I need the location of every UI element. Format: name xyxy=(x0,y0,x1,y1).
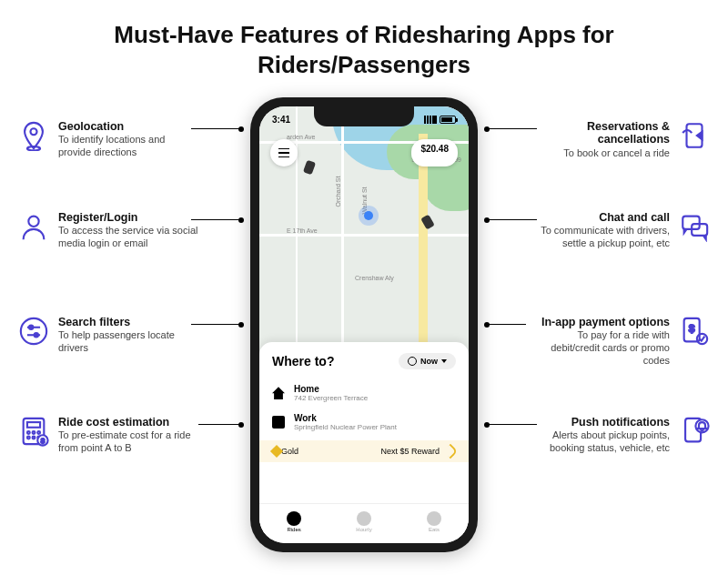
destination-work[interactable]: WorkSpringfield Nuclear Power Plant xyxy=(259,408,469,437)
map-label: Walnut St xyxy=(361,187,368,214)
eats-icon xyxy=(427,511,441,526)
svg-point-7 xyxy=(35,333,38,337)
chat-icon xyxy=(679,211,710,242)
connector-line xyxy=(487,128,537,129)
menu-button[interactable] xyxy=(270,139,298,166)
filters-icon xyxy=(18,316,49,347)
svg-point-11 xyxy=(33,431,35,434)
tab-hourly[interactable]: Hourly xyxy=(356,511,371,532)
feature-geolocation: GeolocationTo identify locations and pro… xyxy=(18,120,200,159)
price-badge[interactable]: $20.48 xyxy=(411,139,458,166)
connector-line xyxy=(487,324,526,325)
swipe-icon xyxy=(679,120,710,151)
svg-point-13 xyxy=(27,437,30,439)
feature-filters: Search filtersTo help passengers locate … xyxy=(18,316,200,355)
pin-icon xyxy=(18,120,49,151)
svg-point-12 xyxy=(37,431,40,434)
feature-reservations: Reservations & cancellationsTo book or c… xyxy=(528,120,710,160)
map-label: E 17th Ave xyxy=(287,227,318,234)
status-time: 3:41 xyxy=(272,115,290,125)
diagram-container: 3:41 arden Ave State Highway 99 Orchard … xyxy=(0,88,728,575)
user-location-dot xyxy=(364,211,373,220)
where-to-input[interactable]: Where to? xyxy=(272,354,334,368)
phone-frame: 3:41 arden Ave State Highway 99 Orchard … xyxy=(250,97,478,552)
payment-icon: $ xyxy=(679,316,710,347)
svg-point-14 xyxy=(33,437,35,439)
feature-payment: $ In-app payment optionsTo pay for a rid… xyxy=(528,316,710,368)
phone-notch xyxy=(314,106,414,126)
bell-icon xyxy=(679,416,710,447)
phone-screen: 3:41 arden Ave State Highway 99 Orchard … xyxy=(259,106,469,543)
map-label: Orchard St xyxy=(335,177,341,207)
signal-icon xyxy=(424,116,437,124)
bottom-sheet: Where to? Now Home742 Evergreen Terrace … xyxy=(259,342,469,543)
tab-rides[interactable]: Rides xyxy=(287,511,301,532)
connector-line xyxy=(191,128,241,129)
feature-cost: $ Ride cost estimationTo pre-estimate co… xyxy=(18,416,200,455)
svg-point-5 xyxy=(29,326,33,329)
feature-push: Push notificationsAlerts about pickup po… xyxy=(528,416,710,455)
rewards-row[interactable]: Gold Next $5 Reward xyxy=(259,440,469,462)
connector-line xyxy=(191,219,241,220)
svg-point-2 xyxy=(28,217,38,227)
svg-point-3 xyxy=(21,318,46,344)
svg-rect-9 xyxy=(27,422,40,428)
feature-chat: Chat and callTo communicate with drivers… xyxy=(528,211,710,250)
svg-text:$: $ xyxy=(41,438,45,445)
home-icon xyxy=(272,387,285,399)
svg-text:$: $ xyxy=(689,323,695,334)
map-label: Crenshaw Aly xyxy=(355,275,394,281)
svg-point-10 xyxy=(27,431,30,434)
user-icon xyxy=(18,211,49,242)
tab-eats[interactable]: Eats xyxy=(427,511,441,532)
connector-line xyxy=(198,424,241,425)
schedule-button[interactable]: Now xyxy=(399,353,456,369)
work-icon xyxy=(272,416,285,429)
svg-point-0 xyxy=(30,128,36,135)
calculator-icon: $ xyxy=(18,416,49,447)
battery-icon xyxy=(440,116,456,124)
arrow-icon xyxy=(443,444,459,459)
tab-bar: Rides Hourly Eats xyxy=(259,503,469,540)
page-title: Must-Have Features of Ridesharing Apps f… xyxy=(0,0,728,79)
hourly-icon xyxy=(357,511,371,526)
destination-home[interactable]: Home742 Evergreen Terrace xyxy=(259,378,469,408)
connector-line xyxy=(191,324,241,325)
connector-line xyxy=(487,424,537,425)
connector-line xyxy=(487,219,537,220)
feature-register: Register/LoginTo access the service via … xyxy=(18,211,200,250)
rides-icon xyxy=(287,511,301,526)
